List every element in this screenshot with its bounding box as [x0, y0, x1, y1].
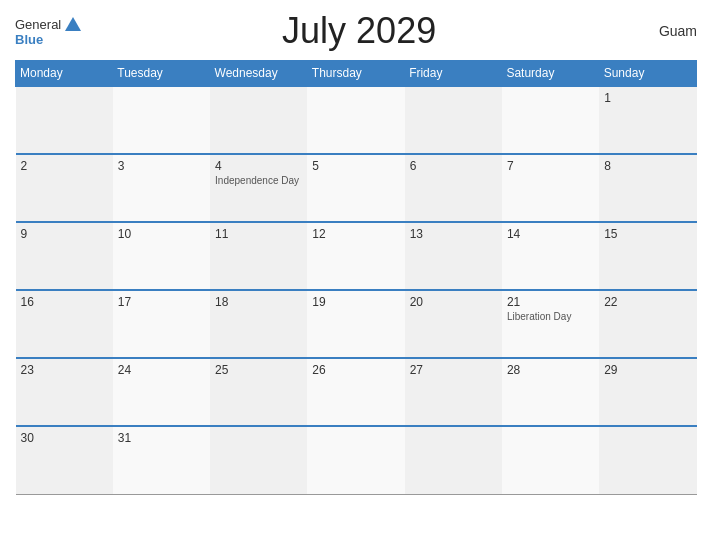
calendar-cell	[307, 426, 404, 494]
day-number: 27	[410, 363, 497, 377]
day-number: 3	[118, 159, 205, 173]
col-header-saturday: Saturday	[502, 61, 599, 87]
day-number: 22	[604, 295, 691, 309]
day-number: 13	[410, 227, 497, 241]
col-header-thursday: Thursday	[307, 61, 404, 87]
calendar-cell: 7	[502, 154, 599, 222]
calendar-cell: 25	[210, 358, 307, 426]
col-header-tuesday: Tuesday	[113, 61, 210, 87]
logo-general-text: General	[15, 18, 61, 31]
calendar-cell: 2	[16, 154, 113, 222]
day-number: 21	[507, 295, 594, 309]
calendar-cell: 6	[405, 154, 502, 222]
calendar-cell: 12	[307, 222, 404, 290]
calendar-cell	[16, 86, 113, 154]
calendar-cell	[307, 86, 404, 154]
calendar-cell: 1	[599, 86, 696, 154]
calendar-cell	[502, 86, 599, 154]
calendar-cell	[405, 426, 502, 494]
calendar-cell: 15	[599, 222, 696, 290]
calendar-cell: 4Independence Day	[210, 154, 307, 222]
calendar-cell: 10	[113, 222, 210, 290]
day-number: 18	[215, 295, 302, 309]
calendar-table: MondayTuesdayWednesdayThursdayFridaySatu…	[15, 60, 697, 495]
calendar-cell	[113, 86, 210, 154]
calendar-cell	[502, 426, 599, 494]
calendar-cell: 28	[502, 358, 599, 426]
day-number: 6	[410, 159, 497, 173]
day-number: 29	[604, 363, 691, 377]
calendar-cell: 8	[599, 154, 696, 222]
day-number: 24	[118, 363, 205, 377]
calendar-cell: 5	[307, 154, 404, 222]
col-header-monday: Monday	[16, 61, 113, 87]
calendar-cell: 16	[16, 290, 113, 358]
calendar-cell: 30	[16, 426, 113, 494]
calendar-cell	[210, 86, 307, 154]
day-number: 7	[507, 159, 594, 173]
day-number: 28	[507, 363, 594, 377]
logo-blue-text: Blue	[15, 33, 43, 46]
day-number: 25	[215, 363, 302, 377]
calendar-cell: 14	[502, 222, 599, 290]
week-row-4: 161718192021Liberation Day22	[16, 290, 697, 358]
calendar-header-row: MondayTuesdayWednesdayThursdayFridaySatu…	[16, 61, 697, 87]
col-header-sunday: Sunday	[599, 61, 696, 87]
calendar-cell: 3	[113, 154, 210, 222]
day-number: 20	[410, 295, 497, 309]
calendar-cell	[210, 426, 307, 494]
calendar-cell: 17	[113, 290, 210, 358]
calendar-cell: 20	[405, 290, 502, 358]
col-header-friday: Friday	[405, 61, 502, 87]
day-number: 23	[21, 363, 108, 377]
week-row-5: 23242526272829	[16, 358, 697, 426]
calendar-cell: 31	[113, 426, 210, 494]
page: General Blue July 2029 Guam MondayTuesda…	[0, 0, 712, 550]
calendar-cell: 9	[16, 222, 113, 290]
day-number: 14	[507, 227, 594, 241]
day-number: 4	[215, 159, 302, 173]
calendar-cell: 29	[599, 358, 696, 426]
day-number: 19	[312, 295, 399, 309]
week-row-6: 3031	[16, 426, 697, 494]
day-number: 17	[118, 295, 205, 309]
calendar-cell: 26	[307, 358, 404, 426]
week-row-3: 9101112131415	[16, 222, 697, 290]
calendar-cell	[405, 86, 502, 154]
calendar-cell: 22	[599, 290, 696, 358]
week-row-1: 1	[16, 86, 697, 154]
header: General Blue July 2029 Guam	[15, 10, 697, 52]
calendar-cell	[599, 426, 696, 494]
day-number: 12	[312, 227, 399, 241]
day-number: 2	[21, 159, 108, 173]
region-label: Guam	[637, 23, 697, 39]
day-event: Independence Day	[215, 175, 302, 186]
calendar-cell: 18	[210, 290, 307, 358]
day-number: 1	[604, 91, 691, 105]
day-number: 5	[312, 159, 399, 173]
day-number: 10	[118, 227, 205, 241]
day-event: Liberation Day	[507, 311, 594, 322]
calendar-cell: 23	[16, 358, 113, 426]
day-number: 9	[21, 227, 108, 241]
calendar-cell: 13	[405, 222, 502, 290]
day-number: 30	[21, 431, 108, 445]
week-row-2: 234Independence Day5678	[16, 154, 697, 222]
calendar-cell: 21Liberation Day	[502, 290, 599, 358]
day-number: 16	[21, 295, 108, 309]
col-header-wednesday: Wednesday	[210, 61, 307, 87]
logo-triangle-icon	[65, 17, 81, 31]
logo: General Blue	[15, 17, 81, 46]
calendar-cell: 24	[113, 358, 210, 426]
calendar-title: July 2029	[81, 10, 637, 52]
day-number: 8	[604, 159, 691, 173]
calendar-cell: 19	[307, 290, 404, 358]
day-number: 15	[604, 227, 691, 241]
day-number: 31	[118, 431, 205, 445]
calendar-cell: 27	[405, 358, 502, 426]
day-number: 26	[312, 363, 399, 377]
calendar-body: 1234Independence Day56789101112131415161…	[16, 86, 697, 494]
day-number: 11	[215, 227, 302, 241]
calendar-cell: 11	[210, 222, 307, 290]
